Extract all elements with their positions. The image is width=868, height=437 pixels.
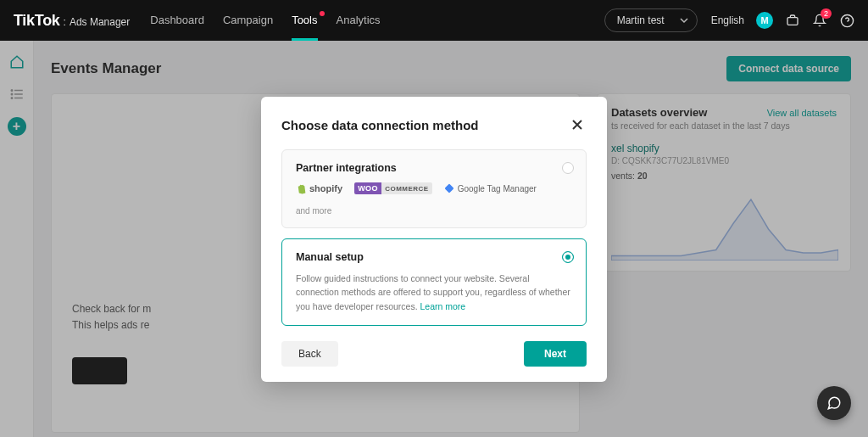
option-manual-setup[interactable]: Manual setup Follow guided instructions … xyxy=(281,238,587,326)
next-button[interactable]: Next xyxy=(524,341,587,367)
close-icon xyxy=(571,119,583,131)
brand: TikTok : Ads Manager xyxy=(14,12,130,30)
shopify-icon xyxy=(296,183,307,194)
google-tag-manager-logo: Google Tag Manager xyxy=(444,183,537,193)
top-icons: M 2 xyxy=(756,12,854,29)
option-partner-title: Partner integrations xyxy=(296,162,572,174)
nav-dashboard[interactable]: Dashboard xyxy=(150,14,204,28)
radio-icon xyxy=(562,251,574,263)
nav-analytics[interactable]: Analytics xyxy=(337,14,381,28)
notification-badge: 2 xyxy=(821,8,832,19)
gtm-icon xyxy=(444,183,454,193)
connection-method-modal: Choose data connection method Partner in… xyxy=(261,97,607,382)
top-nav: Dashboard Campaign Tools Analytics xyxy=(150,14,380,28)
svg-rect-9 xyxy=(444,183,453,193)
partner-logos: shopify WOO COMMERCE Google Tag Manager … xyxy=(296,182,572,216)
modal-close-button[interactable] xyxy=(568,115,587,134)
and-more-label: and more xyxy=(296,206,331,216)
account-name: Martin test xyxy=(617,14,665,26)
svg-rect-0 xyxy=(787,18,798,25)
brand-name: TikTok xyxy=(14,12,60,30)
chat-fab[interactable] xyxy=(817,386,851,420)
nav-tools-label: Tools xyxy=(292,14,317,26)
radio-icon xyxy=(562,162,574,174)
briefcase-icon[interactable] xyxy=(785,13,800,28)
shopify-logo: shopify xyxy=(296,183,342,194)
modal-title: Choose data connection method xyxy=(281,118,479,132)
woocommerce-logo: WOO COMMERCE xyxy=(354,182,432,194)
account-switcher[interactable]: Martin test xyxy=(604,8,698,32)
nav-tools[interactable]: Tools xyxy=(292,14,317,28)
language-switcher[interactable]: English xyxy=(711,14,744,26)
nav-tools-dot-icon xyxy=(320,11,325,16)
brand-separator: : xyxy=(64,16,66,28)
nav-campaign[interactable]: Campaign xyxy=(223,14,273,28)
chat-icon xyxy=(826,395,842,411)
chevron-down-icon xyxy=(680,16,688,25)
option-manual-title: Manual setup xyxy=(296,251,572,263)
option-partner-integrations[interactable]: Partner integrations shopify WOO COMMERC… xyxy=(281,149,587,228)
bell-icon[interactable]: 2 xyxy=(812,13,827,28)
topbar: TikTok : Ads Manager Dashboard Campaign … xyxy=(0,0,868,41)
help-icon[interactable] xyxy=(839,13,854,28)
avatar[interactable]: M xyxy=(756,12,773,29)
back-button[interactable]: Back xyxy=(281,341,338,367)
brand-suffix: Ads Manager xyxy=(70,16,130,28)
learn-more-link[interactable]: Learn more xyxy=(420,301,466,311)
option-manual-description: Follow guided instructions to connect yo… xyxy=(296,272,572,313)
